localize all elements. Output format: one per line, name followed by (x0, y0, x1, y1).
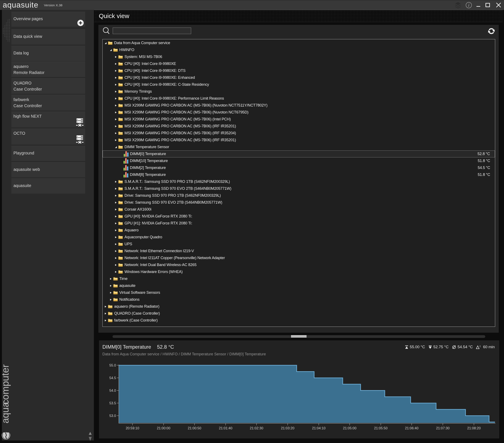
svg-text:20:59:10: 20:59:10 (126, 426, 139, 430)
svg-text:53.5: 53.5 (109, 401, 116, 405)
svg-text:21:00:50: 21:00:50 (188, 426, 201, 430)
svg-text:54.5: 54.5 (109, 376, 116, 380)
svg-text:21:05:50: 21:05:50 (374, 426, 388, 430)
svg-text:53.0: 53.0 (109, 414, 116, 418)
svg-text:i: i (468, 3, 469, 8)
svg-text:21:05:00: 21:05:00 (343, 426, 356, 430)
svg-text:21:07:30: 21:07:30 (436, 426, 450, 430)
svg-text:21:08:20: 21:08:20 (467, 426, 481, 430)
svg-text:55.0: 55.0 (109, 363, 116, 367)
svg-text:21:03:20: 21:03:20 (281, 426, 294, 430)
svg-text:54.0: 54.0 (109, 389, 116, 392)
svg-text:21:01:40: 21:01:40 (219, 426, 232, 430)
svg-text:21:04:10: 21:04:10 (312, 426, 325, 430)
svg-text:t: t (480, 345, 481, 348)
svg-text:21:02:30: 21:02:30 (250, 426, 263, 430)
svg-text:21:06:40: 21:06:40 (405, 426, 418, 430)
svg-text:21:00:00: 21:00:00 (157, 426, 170, 430)
